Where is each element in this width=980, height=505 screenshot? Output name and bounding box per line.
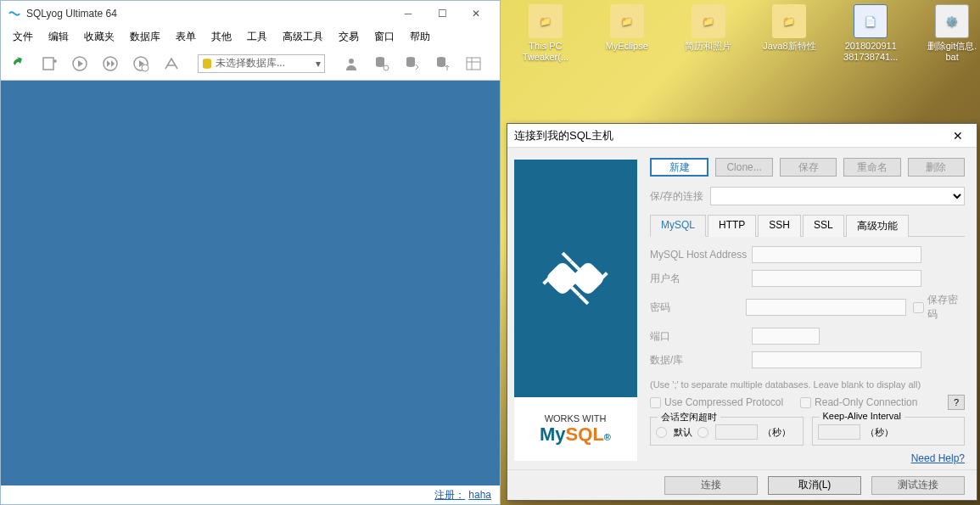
desktop-icon-thispc[interactable]: 📁This PCTweaker(...: [518, 4, 574, 63]
new-query-icon[interactable]: [38, 53, 60, 75]
folder-icon: 📁: [692, 4, 725, 38]
test-button[interactable]: 测试连接: [871, 476, 965, 495]
sqlyog-window: SQLyog Ultimate 64 ─ ☐ ✕ 文件 编辑 收藏夹 数据库 表…: [0, 0, 501, 505]
menu-edit[interactable]: 编辑: [42, 28, 76, 46]
database-selector[interactable]: 未选择数据库... ▾: [198, 54, 325, 73]
save-pwd-checkbox[interactable]: [913, 302, 924, 313]
bat-icon: ⚙️: [935, 4, 969, 38]
user-manager-icon[interactable]: [340, 53, 362, 75]
idle-sec-label: （秒）: [763, 426, 791, 439]
tab-adv[interactable]: 高级功能: [846, 215, 909, 237]
format-icon[interactable]: [160, 53, 182, 75]
execute-icon[interactable]: [69, 53, 91, 75]
clone-button[interactable]: Clone...: [715, 158, 772, 177]
idle-default-radio[interactable]: [656, 427, 667, 438]
cancel-button[interactable]: 取消(L): [768, 476, 861, 495]
keepalive-title: Keep-Alive Interval: [820, 411, 904, 421]
db-backup-icon[interactable]: [401, 53, 423, 75]
svg-rect-13: [467, 58, 480, 70]
desktop-icon-doc[interactable]: 📄2018020911381738741...: [843, 4, 899, 63]
pwd-label: 密码: [650, 300, 746, 315]
dialog-footer: 连接 取消(L) 测试连接: [507, 469, 977, 500]
idle-custom-radio[interactable]: [697, 427, 708, 438]
works-with-label: WORKS WITH: [545, 413, 607, 424]
save-pwd-label: 保存密码: [927, 293, 965, 322]
dialog-titlebar[interactable]: 连接到我的SQL主机 ✕: [507, 124, 977, 148]
compressed-label: Use Compressed Protocol: [664, 396, 783, 408]
menu-help[interactable]: 帮助: [403, 28, 437, 46]
dialog-title: 连接到我的SQL主机: [514, 128, 613, 143]
app-logo-icon: [8, 7, 21, 20]
menubar: 文件 编辑 收藏夹 数据库 表单 其他 工具 高级工具 交易 窗口 帮助: [1, 26, 500, 47]
saved-conn-select[interactable]: [710, 187, 965, 205]
toolbar: 未选择数据库... ▾: [1, 47, 500, 81]
desktop: 📁This PCTweaker(... 📁MyEclipse 📁简历和照片 📁J…: [518, 4, 980, 63]
tab-http[interactable]: HTTP: [708, 215, 756, 237]
status-user-link[interactable]: haha: [468, 489, 491, 501]
compressed-checkbox[interactable]: [650, 397, 661, 408]
schedule-icon[interactable]: [130, 53, 152, 75]
idle-default-label: 默认: [674, 426, 692, 439]
db-label: 数据/库: [650, 353, 752, 368]
saved-conn-label: 保/存的连接: [650, 189, 703, 204]
save-button[interactable]: 保存: [780, 158, 837, 177]
menu-database[interactable]: 数据库: [123, 28, 167, 46]
help-q-button[interactable]: ?: [948, 395, 965, 410]
menu-tools[interactable]: 工具: [240, 28, 274, 46]
readonly-checkbox[interactable]: [800, 397, 811, 408]
db-input[interactable]: [752, 351, 921, 368]
menu-others[interactable]: 其他: [204, 28, 238, 46]
dialog-right-panel: 新建 Clone... 保存 重命名 删除 保/存的连接 MySQL HTTP …: [643, 148, 977, 469]
pwd-input[interactable]: [746, 299, 906, 316]
minimize-button[interactable]: ─: [391, 2, 425, 25]
statusbar: 注册： haha: [1, 485, 500, 504]
new-connection-icon[interactable]: [8, 53, 30, 75]
tab-ssl[interactable]: SSL: [803, 215, 844, 237]
window-title: SQLyog Ultimate 64: [26, 8, 117, 20]
host-label: MySQL Host Address: [650, 249, 752, 261]
idle-custom-input[interactable]: [715, 424, 758, 440]
titlebar[interactable]: SQLyog Ultimate 64 ─ ☐ ✕: [1, 1, 500, 26]
table-diag-icon[interactable]: [462, 53, 484, 75]
desktop-icon-bat[interactable]: ⚙️删除git信息.bat: [924, 4, 980, 63]
port-label: 端口: [650, 329, 752, 344]
folder-icon: 📁: [529, 4, 563, 38]
idle-timeout-group: 会话空闲超时 默认 （秒）: [650, 417, 804, 446]
menu-table[interactable]: 表单: [169, 28, 203, 46]
folder-icon: 📁: [772, 4, 806, 38]
connect-button[interactable]: 连接: [664, 476, 758, 495]
db-hint: (Use ';' to separate multiple databases.…: [650, 379, 965, 390]
database-icon: [202, 58, 212, 70]
readonly-label: Read-Only Connection: [815, 396, 917, 408]
dialog-close-button[interactable]: ✕: [946, 125, 970, 147]
tabs: MySQL HTTP SSH SSL 高级功能: [650, 214, 965, 237]
need-help-link[interactable]: Need Help?: [911, 452, 965, 464]
execute-all-icon[interactable]: [99, 53, 121, 75]
menu-favorites[interactable]: 收藏夹: [77, 28, 121, 46]
db-import-icon[interactable]: [432, 53, 454, 75]
menu-transaction[interactable]: 交易: [332, 28, 366, 46]
user-input[interactable]: [752, 270, 921, 287]
rename-button[interactable]: 重命名: [843, 158, 900, 177]
menu-advtools[interactable]: 高级工具: [276, 28, 330, 46]
menu-file[interactable]: 文件: [6, 28, 40, 46]
db-sync-icon[interactable]: [371, 53, 393, 75]
maximize-button[interactable]: ☐: [425, 2, 459, 25]
host-input[interactable]: [752, 246, 921, 263]
menu-window[interactable]: 窗口: [367, 28, 401, 46]
desktop-icon-java8[interactable]: 📁Java8新特性: [761, 4, 817, 63]
close-button[interactable]: ✕: [459, 2, 493, 25]
desktop-icon-resume[interactable]: 📁简历和照片: [680, 4, 736, 63]
dialog-left-panel: WORKS WITH MySQL®: [507, 148, 643, 469]
tab-ssh[interactable]: SSH: [758, 215, 801, 237]
svg-point-8: [349, 59, 354, 64]
delete-button[interactable]: 删除: [908, 158, 965, 177]
tab-mysql[interactable]: MySQL: [650, 215, 706, 237]
keepalive-sec-label: （秒）: [865, 426, 893, 439]
new-button[interactable]: 新建: [650, 158, 708, 177]
connection-dialog: 连接到我的SQL主机 ✕ WORKS WITH MySQL® 新建 Clone.…: [507, 123, 977, 501]
desktop-icon-myeclipse[interactable]: 📁MyEclipse: [599, 4, 655, 63]
keepalive-group: Keep-Alive Interval （秒）: [812, 417, 966, 446]
keepalive-input[interactable]: [818, 424, 860, 440]
port-input[interactable]: [752, 328, 820, 345]
